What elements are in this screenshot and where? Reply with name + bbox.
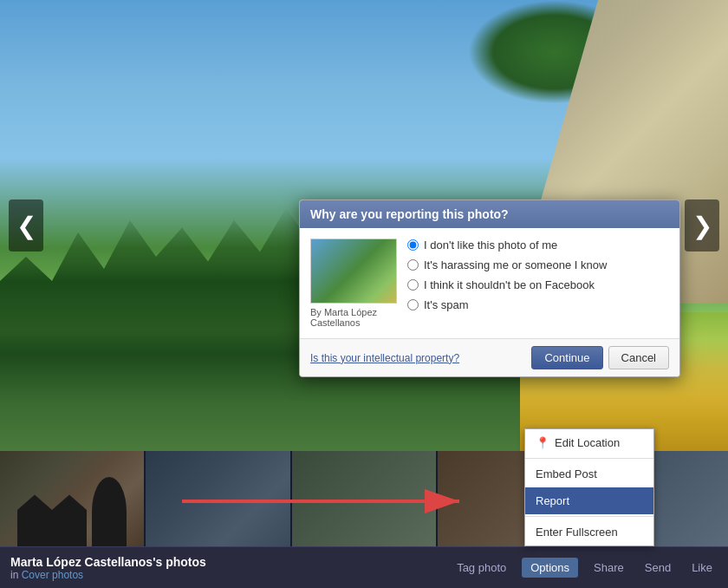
location-pin-icon: 📍: [536, 436, 549, 449]
options-button[interactable]: Options: [522, 558, 578, 578]
arrow-indicator: [173, 484, 477, 519]
dialog-body: By Marta LópezCastellanos I don't like t…: [300, 228, 679, 338]
photo-album-subtitle: in Cover photos: [10, 569, 452, 581]
option-1-label: I don't like this photo of me: [424, 238, 557, 252]
report-option-4[interactable]: It's spam: [407, 298, 669, 311]
tag-photo-button[interactable]: Tag photo: [452, 558, 511, 578]
embed-post-item[interactable]: Embed Post: [525, 461, 653, 487]
enter-fullscreen-label: Enter Fullscreen: [536, 526, 618, 539]
house-icon: [9, 486, 95, 546]
edit-location-item[interactable]: 📍 Edit Location: [525, 429, 653, 456]
radio-option-3[interactable]: [407, 279, 419, 291]
photo-info: Marta López Castellanos's photos in Cove…: [10, 555, 452, 581]
option-3-label: I think it shouldn't be on Facebook: [424, 278, 595, 291]
left-arrow-icon: ❮: [16, 212, 36, 240]
person-icon: [92, 477, 127, 546]
dialog-footer-buttons: Continue Cancel: [531, 346, 669, 369]
report-label: Report: [536, 494, 569, 507]
subtitle-prefix: in: [10, 569, 18, 581]
toolbar-actions: Tag photo Options Share Send Like: [452, 558, 718, 578]
next-photo-button[interactable]: ❯: [685, 199, 719, 252]
dialog-photo-thumbnail: [310, 238, 397, 304]
prev-photo-button[interactable]: ❮: [9, 199, 43, 252]
radio-option-4[interactable]: [407, 299, 419, 310]
dialog-title: Why are you reporting this photo?: [310, 207, 509, 221]
arrow-svg: [173, 484, 477, 519]
embed-post-label: Embed Post: [536, 467, 597, 480]
enter-fullscreen-item[interactable]: Enter Fullscreen: [525, 519, 653, 546]
intellectual-property-link[interactable]: Is this your intellectual property?: [310, 352, 459, 364]
options-dropdown: 📍 Edit Location Embed Post Report Enter …: [524, 428, 654, 546]
continue-button[interactable]: Continue: [531, 346, 602, 369]
dialog-options: I don't like this photo of me It's haras…: [407, 238, 669, 328]
radio-option-1[interactable]: [407, 239, 419, 251]
dropdown-divider-1: [525, 458, 653, 459]
report-option-1[interactable]: I don't like this photo of me: [407, 238, 669, 252]
report-dialog: Why are you reporting this photo? By Mar…: [299, 199, 680, 377]
dropdown-divider-2: [525, 516, 653, 517]
radio-option-2[interactable]: [407, 259, 419, 271]
dialog-photo-caption: By Marta LópezCastellanos: [310, 307, 397, 328]
dialog-footer: Is this your intellectual property? Cont…: [300, 338, 679, 376]
like-button[interactable]: Like: [686, 558, 718, 578]
photo-owner-title: Marta López Castellanos's photos: [10, 555, 452, 569]
report-option-2[interactable]: It's harassing me or someone I know: [407, 258, 669, 271]
thumbnail-1[interactable]: [0, 451, 144, 546]
cover-photos-link[interactable]: Cover photos: [22, 569, 83, 581]
report-option-3[interactable]: I think it shouldn't be on Facebook: [407, 278, 669, 291]
option-2-label: It's harassing me or someone I know: [424, 258, 607, 271]
right-arrow-icon: ❯: [692, 212, 712, 240]
cancel-button[interactable]: Cancel: [608, 346, 669, 369]
share-button[interactable]: Share: [588, 558, 629, 578]
dialog-header: Why are you reporting this photo?: [300, 200, 679, 228]
photo-toolbar: Marta López Castellanos's photos in Cove…: [0, 546, 728, 588]
option-4-label: It's spam: [424, 298, 469, 311]
report-item[interactable]: Report: [525, 487, 653, 514]
send-button[interactable]: Send: [640, 558, 676, 578]
edit-location-label: Edit Location: [555, 436, 620, 449]
